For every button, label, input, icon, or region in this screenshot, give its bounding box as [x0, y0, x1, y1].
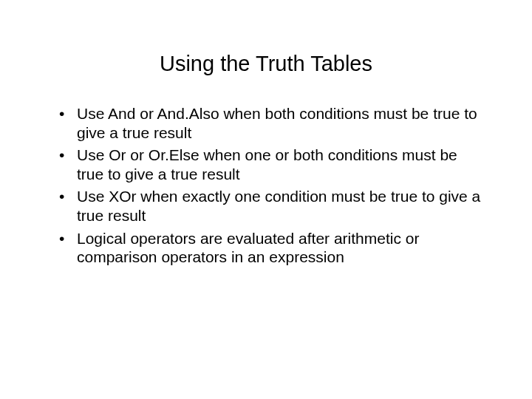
bullet-list: Use And or And.Also when both conditions…	[58, 104, 488, 267]
list-item: Use Or or Or.Else when one or both condi…	[58, 146, 488, 183]
slide-content: Use And or And.Also when both conditions…	[58, 104, 488, 267]
slide-title: Using the Truth Tables	[0, 52, 532, 76]
list-item: Use And or And.Also when both conditions…	[58, 104, 488, 142]
list-item: Use XOr when exactly one condition must …	[58, 187, 488, 225]
slide: Using the Truth Tables Use And or And.Al…	[0, 52, 532, 399]
list-item: Logical operators are evaluated after ar…	[58, 229, 488, 267]
